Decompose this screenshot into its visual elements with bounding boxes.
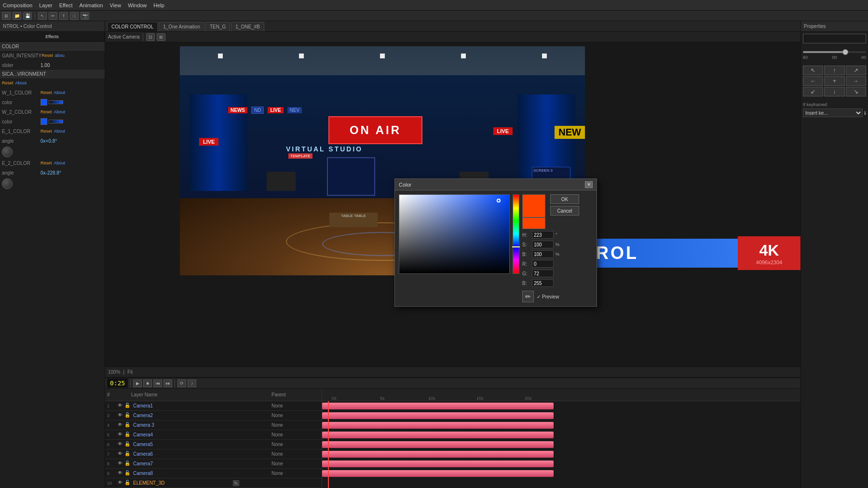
nav-arrow-down[interactable]: ↓ [824,87,844,96]
e2-about[interactable]: About [54,161,66,165]
playhead[interactable] [328,401,329,488]
layer-lock-1[interactable]: 🔓 [124,403,131,409]
layer-name-camera7[interactable]: Camera7 [131,461,233,466]
layer-name-element3d[interactable]: ELEMENT_3D [131,480,233,486]
w1-about[interactable]: About [54,90,66,95]
layer-lock-4[interactable]: 🔓 [124,422,131,429]
tool-select[interactable]: ↖ [38,12,47,20]
zoom-fit[interactable]: ⊡ [146,33,155,41]
layer-name-camera8[interactable]: Camera8 [131,471,233,476]
eyedropper-button[interactable]: ✏ [522,291,534,302]
nav-arrow-bottomright[interactable]: ↘ [846,87,866,96]
rp-slider-track[interactable] [803,51,866,53]
w2-about[interactable]: About [54,109,66,114]
fx-btn[interactable]: fx [233,480,239,486]
e2-angle-value[interactable]: 0x-228.8° [41,170,61,176]
tool-text[interactable]: T [59,12,68,20]
keyframe-insert-select[interactable]: Insert ke... [803,108,863,117]
layer-parent-5[interactable]: None [271,432,320,437]
tl-audio[interactable]: ♪ [188,380,196,387]
tool-pen[interactable]: ✏ [49,12,57,20]
menu-view[interactable]: View [110,2,122,8]
menu-layer[interactable]: Layer [39,2,53,8]
tl-play[interactable]: ▶ [133,380,142,387]
tl-next[interactable]: ⏭ [163,380,172,387]
e1-about[interactable]: About [54,129,66,134]
nav-arrow-left[interactable]: ← [803,76,823,86]
layer-parent-1[interactable]: None [271,403,320,408]
comp-tab-color-control[interactable]: COLOR CONTROL [107,22,158,31]
layer-parent-8[interactable]: None [271,461,320,466]
nav-arrow-up[interactable]: ↑ [824,66,844,75]
comp-tab-one-ne-b[interactable]: 1_ONE_#B [231,22,264,31]
color-cancel-button[interactable]: Cancel [550,206,579,216]
layer-eye-7[interactable]: 👁 [118,451,124,458]
sat-input[interactable] [532,241,554,248]
tab-effects[interactable]: Effects [0,32,105,41]
layer-eye-1[interactable]: 👁 [118,403,124,409]
layer-parent-7[interactable]: None [271,451,320,457]
layer-eye-10[interactable]: 👁 [118,480,124,487]
menu-composition[interactable]: Composition [3,2,32,8]
layer-parent-6[interactable]: None [271,442,320,447]
layer-parent-4[interactable]: None [271,422,320,428]
sica-reset[interactable]: Reset [2,81,14,85]
e1-reset[interactable]: Reset [41,129,52,134]
layer-lock-7[interactable]: 🔓 [124,451,131,458]
color-dialog-close[interactable]: ✕ [585,181,593,188]
comp-tab-animation[interactable]: 1_One Animation [159,22,204,31]
layer-eye-9[interactable]: 👁 [118,470,124,477]
viewer-fit[interactable]: Fit [127,369,133,375]
layer-lock-10[interactable]: 🔓 [124,480,131,487]
w2-color-swatch[interactable] [41,118,47,125]
preview-checkbox-row[interactable]: ✓ Preview [537,294,559,299]
gain-intensity-about[interactable]: abou [55,53,65,58]
layer-parent-9[interactable]: None [271,471,320,476]
nav-arrow-topright[interactable]: ↗ [846,66,866,75]
layer-eye-5[interactable]: 👁 [118,432,124,438]
layer-eye-6[interactable]: 👁 [118,441,124,448]
color-ok-button[interactable]: OK [550,194,579,204]
tool-camera[interactable]: 📷 [81,12,89,20]
tool-open[interactable]: 📁 [13,12,21,20]
layer-eye-4[interactable]: 👁 [118,422,124,429]
layer-lock-5[interactable]: 🔓 [124,432,131,438]
comp-tab-ten-g[interactable]: TEN_G [205,22,230,31]
layer-parent-3[interactable]: None [271,413,320,418]
tl-loop[interactable]: ⟳ [177,380,186,387]
w1-color-swatch[interactable] [41,99,47,106]
r-input[interactable] [532,260,554,268]
menu-window[interactable]: Window [128,2,147,8]
viewer-grid[interactable]: ⊞ [157,33,165,41]
layer-lock-3[interactable]: 🔓 [124,412,131,419]
layer-name-camera2[interactable]: Camera2 [131,413,233,418]
layer-name-camera4[interactable]: Camera4 [131,432,233,437]
layer-eye-8[interactable]: 👁 [118,461,124,467]
menu-animation[interactable]: Animation [80,2,103,8]
tl-prev[interactable]: ⏮ [153,380,162,387]
menu-help[interactable]: Help [153,2,164,8]
e2-reset[interactable]: Reset [41,161,52,165]
layer-lock-9[interactable]: 🔓 [124,470,131,477]
e1-knob[interactable] [2,147,13,157]
w1-reset[interactable]: Reset [41,90,52,95]
layer-name-camera3[interactable]: Camera 3 [131,422,233,428]
color-dialog-titlebar[interactable]: Color ✕ [395,179,597,190]
e2-knob[interactable] [2,178,13,189]
layer-eye-3[interactable]: 👁 [118,412,124,419]
tool-save[interactable]: 💾 [23,12,32,20]
nav-arrow-center[interactable]: + [824,76,844,86]
layer-name-camera6[interactable]: Camera6 [131,451,233,457]
gain-intensity-reset[interactable]: Reset [41,53,53,58]
menu-effect[interactable]: Effect [59,2,73,8]
layer-lock-6[interactable]: 🔓 [124,441,131,448]
tool-new[interactable]: ⊞ [2,12,11,20]
color-gradient-picker[interactable] [399,194,510,274]
layer-name-camera5[interactable]: Camera5 [131,442,233,447]
tool-shape[interactable]: □ [70,12,79,20]
sica-about[interactable]: About [15,81,27,85]
layer-name-camera1[interactable]: Camera1 [131,403,233,408]
g-input[interactable] [532,270,554,277]
nav-arrow-bottomleft[interactable]: ↙ [803,87,823,96]
rp-slider-thumb[interactable] [842,49,848,55]
